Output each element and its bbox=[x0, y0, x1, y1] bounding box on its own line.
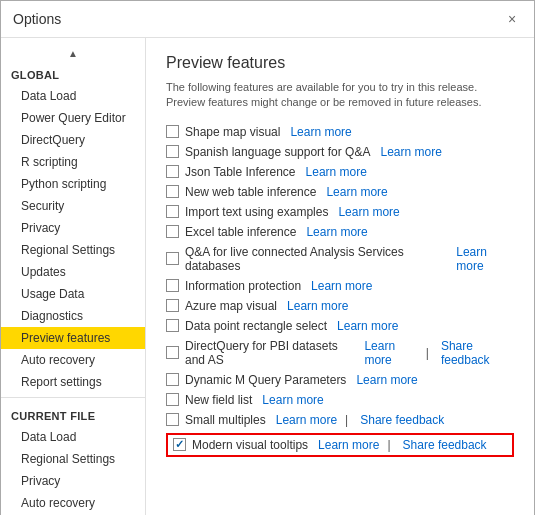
learn-link-dynamic-m[interactable]: Learn more bbox=[356, 373, 417, 387]
sidebar-item-cf-privacy[interactable]: Privacy bbox=[1, 470, 145, 492]
feature-excel-table: Excel table inference Learn more bbox=[166, 225, 514, 239]
separator-directquery-pbi: | bbox=[426, 346, 429, 360]
label-excel-table: Excel table inference bbox=[185, 225, 296, 239]
sidebar-item-power-query-editor[interactable]: Power Query Editor bbox=[1, 107, 145, 129]
learn-link-new-field-list[interactable]: Learn more bbox=[262, 393, 323, 407]
sidebar-current-file-label: CURRENT FILE bbox=[1, 402, 145, 426]
share-link-modern-visual-tooltips[interactable]: Share feedback bbox=[403, 438, 487, 452]
label-data-point-rect: Data point rectangle select bbox=[185, 319, 327, 333]
section-description: The following features are available for… bbox=[166, 80, 514, 111]
learn-link-new-web-table[interactable]: Learn more bbox=[326, 185, 387, 199]
sidebar-item-regional-settings[interactable]: Regional Settings bbox=[1, 239, 145, 261]
checkbox-import-text[interactable] bbox=[166, 205, 179, 218]
checkbox-dynamic-m[interactable] bbox=[166, 373, 179, 386]
checkbox-info-protection[interactable] bbox=[166, 279, 179, 292]
feature-info-protection: Information protection Learn more bbox=[166, 279, 514, 293]
checkbox-data-point-rect[interactable] bbox=[166, 319, 179, 332]
feature-list: Shape map visual Learn more Spanish lang… bbox=[166, 125, 514, 457]
checkbox-azure-map[interactable] bbox=[166, 299, 179, 312]
label-modern-visual-tooltips: Modern visual tooltips bbox=[192, 438, 308, 452]
main-content: Preview features The following features … bbox=[146, 38, 534, 515]
feature-modern-visual-tooltips: ✓ Modern visual tooltips Learn more | Sh… bbox=[166, 433, 514, 457]
learn-link-info-protection[interactable]: Learn more bbox=[311, 279, 372, 293]
sidebar-item-updates[interactable]: Updates bbox=[1, 261, 145, 283]
feature-dynamic-m: Dynamic M Query Parameters Learn more bbox=[166, 373, 514, 387]
feature-new-web-table: New web table inference Learn more bbox=[166, 185, 514, 199]
label-dynamic-m: Dynamic M Query Parameters bbox=[185, 373, 346, 387]
sidebar-item-r-scripting[interactable]: R scripting bbox=[1, 151, 145, 173]
learn-link-qa-live[interactable]: Learn more bbox=[456, 245, 514, 273]
label-azure-map: Azure map visual bbox=[185, 299, 277, 313]
checkbox-small-multiples[interactable] bbox=[166, 413, 179, 426]
feature-directquery-pbi: DirectQuery for PBI datasets and AS Lear… bbox=[166, 339, 514, 367]
checkbox-qa-live[interactable] bbox=[166, 252, 179, 265]
feature-qa-live: Q&A for live connected Analysis Services… bbox=[166, 245, 514, 273]
feature-spanish-language: Spanish language support for Q&A Learn m… bbox=[166, 145, 514, 159]
sidebar-item-cf-regional-settings[interactable]: Regional Settings bbox=[1, 448, 145, 470]
checkbox-shape-map[interactable] bbox=[166, 125, 179, 138]
feature-import-text: Import text using examples Learn more bbox=[166, 205, 514, 219]
scroll-up-indicator[interactable]: ▲ bbox=[1, 46, 145, 61]
sidebar-item-diagnostics[interactable]: Diagnostics bbox=[1, 305, 145, 327]
sidebar-item-cf-data-load[interactable]: Data Load bbox=[1, 426, 145, 448]
label-json-table: Json Table Inference bbox=[185, 165, 296, 179]
learn-link-data-point-rect[interactable]: Learn more bbox=[337, 319, 398, 333]
feature-shape-map: Shape map visual Learn more bbox=[166, 125, 514, 139]
feature-small-multiples: Small multiples Learn more | Share feedb… bbox=[166, 413, 514, 427]
checkbox-modern-visual-tooltips[interactable]: ✓ bbox=[173, 438, 186, 451]
learn-link-azure-map[interactable]: Learn more bbox=[287, 299, 348, 313]
learn-link-shape-map[interactable]: Learn more bbox=[290, 125, 351, 139]
label-directquery-pbi: DirectQuery for PBI datasets and AS bbox=[185, 339, 354, 367]
feature-azure-map: Azure map visual Learn more bbox=[166, 299, 514, 313]
separator-modern-visual-tooltips: | bbox=[387, 438, 390, 452]
label-import-text: Import text using examples bbox=[185, 205, 328, 219]
checkbox-directquery-pbi[interactable] bbox=[166, 346, 179, 359]
label-info-protection: Information protection bbox=[185, 279, 301, 293]
close-button[interactable]: × bbox=[502, 9, 522, 29]
learn-link-json-table[interactable]: Learn more bbox=[306, 165, 367, 179]
label-shape-map: Shape map visual bbox=[185, 125, 280, 139]
feature-json-table: Json Table Inference Learn more bbox=[166, 165, 514, 179]
sidebar-item-preview-features[interactable]: Preview features bbox=[1, 327, 145, 349]
label-new-web-table: New web table inference bbox=[185, 185, 316, 199]
learn-link-import-text[interactable]: Learn more bbox=[338, 205, 399, 219]
title-bar: Options × bbox=[1, 1, 534, 38]
checkbox-new-web-table[interactable] bbox=[166, 185, 179, 198]
sidebar: ▲ GLOBAL Data Load Power Query Editor Di… bbox=[1, 38, 146, 515]
sidebar-item-python-scripting[interactable]: Python scripting bbox=[1, 173, 145, 195]
feature-data-point-rect: Data point rectangle select Learn more bbox=[166, 319, 514, 333]
learn-link-excel-table[interactable]: Learn more bbox=[306, 225, 367, 239]
label-new-field-list: New field list bbox=[185, 393, 252, 407]
options-dialog: Options × ▲ GLOBAL Data Load Power Query… bbox=[0, 0, 535, 515]
share-link-directquery-pbi[interactable]: Share feedback bbox=[441, 339, 514, 367]
sidebar-divider bbox=[1, 397, 145, 398]
dialog-body: ▲ GLOBAL Data Load Power Query Editor Di… bbox=[1, 38, 534, 515]
learn-link-spanish-language[interactable]: Learn more bbox=[380, 145, 441, 159]
checkmark-modern-visual-tooltips: ✓ bbox=[175, 438, 184, 451]
checkbox-excel-table[interactable] bbox=[166, 225, 179, 238]
sidebar-global-label: GLOBAL bbox=[1, 61, 145, 85]
sidebar-item-auto-recovery[interactable]: Auto recovery bbox=[1, 349, 145, 371]
share-link-small-multiples[interactable]: Share feedback bbox=[360, 413, 444, 427]
learn-link-small-multiples[interactable]: Learn more bbox=[276, 413, 337, 427]
sidebar-item-usage-data[interactable]: Usage Data bbox=[1, 283, 145, 305]
sidebar-item-cf-auto-recovery[interactable]: Auto recovery bbox=[1, 492, 145, 514]
sidebar-item-privacy[interactable]: Privacy bbox=[1, 217, 145, 239]
label-spanish-language: Spanish language support for Q&A bbox=[185, 145, 370, 159]
section-title: Preview features bbox=[166, 54, 514, 72]
sidebar-item-data-load[interactable]: Data Load bbox=[1, 85, 145, 107]
sidebar-item-report-settings[interactable]: Report settings bbox=[1, 371, 145, 393]
sidebar-item-security[interactable]: Security bbox=[1, 195, 145, 217]
dialog-title: Options bbox=[13, 11, 61, 27]
scroll-up-arrow: ▲ bbox=[68, 48, 78, 59]
feature-new-field-list: New field list Learn more bbox=[166, 393, 514, 407]
checkbox-new-field-list[interactable] bbox=[166, 393, 179, 406]
label-qa-live: Q&A for live connected Analysis Services… bbox=[185, 245, 446, 273]
learn-link-directquery-pbi[interactable]: Learn more bbox=[364, 339, 417, 367]
label-small-multiples: Small multiples bbox=[185, 413, 266, 427]
sidebar-item-directquery[interactable]: DirectQuery bbox=[1, 129, 145, 151]
checkbox-spanish-language[interactable] bbox=[166, 145, 179, 158]
learn-link-modern-visual-tooltips[interactable]: Learn more bbox=[318, 438, 379, 452]
checkbox-json-table[interactable] bbox=[166, 165, 179, 178]
separator-small-multiples: | bbox=[345, 413, 348, 427]
